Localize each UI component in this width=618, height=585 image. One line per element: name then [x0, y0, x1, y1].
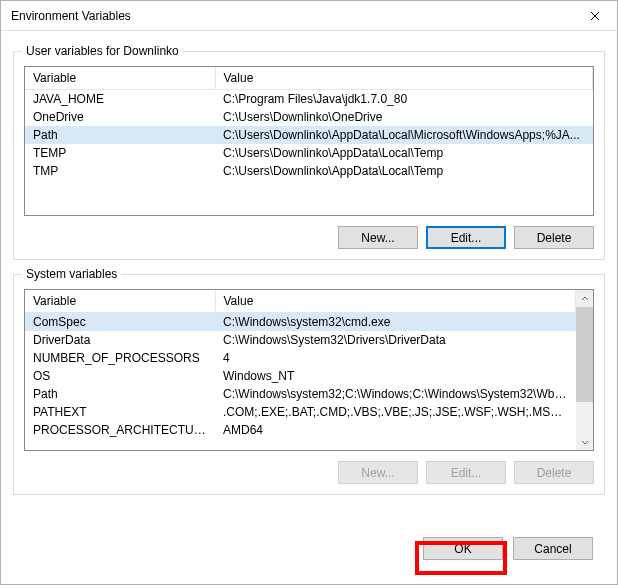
user-vars-table[interactable]: Variable Value JAVA_HOMEC:\Program Files… [25, 67, 593, 180]
table-row[interactable]: OSWindows_NT [25, 367, 576, 385]
close-button[interactable] [572, 1, 617, 30]
table-row[interactable]: NUMBER_OF_PROCESSORS4 [25, 349, 576, 367]
dialog-footer: OK Cancel [1, 525, 617, 584]
system-scrollbar[interactable] [576, 290, 593, 450]
system-edit-button[interactable]: Edit... [426, 461, 506, 484]
user-new-button[interactable]: New... [338, 226, 418, 249]
table-row[interactable]: PROCESSOR_ARCHITECTUREAMD64 [25, 421, 576, 439]
scroll-thumb[interactable] [576, 307, 593, 402]
table-row[interactable]: OneDriveC:\Users\Downlinko\OneDrive [25, 108, 593, 126]
system-vars-label: System variables [22, 267, 121, 281]
user-vars-table-wrap: Variable Value JAVA_HOMEC:\Program Files… [24, 66, 594, 216]
user-buttons-row: New... Edit... Delete [24, 226, 594, 249]
window-title: Environment Variables [11, 9, 572, 23]
scroll-down-button[interactable] [576, 433, 593, 450]
table-row[interactable]: PathC:\Windows\system32;C:\Windows;C:\Wi… [25, 385, 576, 403]
user-delete-button[interactable]: Delete [514, 226, 594, 249]
col-header-variable[interactable]: Variable [25, 290, 215, 313]
col-header-value[interactable]: Value [215, 67, 593, 90]
chevron-down-icon [581, 438, 589, 446]
table-row[interactable]: TEMPC:\Users\Downlinko\AppData\Local\Tem… [25, 144, 593, 162]
user-vars-group: User variables for Downlinko Variable Va… [13, 51, 605, 260]
user-vars-label: User variables for Downlinko [22, 44, 183, 58]
dialog-content: User variables for Downlinko Variable Va… [1, 31, 617, 525]
close-icon [590, 11, 600, 21]
system-vars-table-wrap: Variable Value ComSpecC:\Windows\system3… [24, 289, 594, 451]
system-vars-group: System variables Variable Value ComSpecC… [13, 274, 605, 495]
col-header-variable[interactable]: Variable [25, 67, 215, 90]
col-header-value[interactable]: Value [215, 290, 576, 313]
chevron-up-icon [581, 295, 589, 303]
titlebar: Environment Variables [1, 1, 617, 31]
ok-button[interactable]: OK [423, 537, 503, 560]
table-row[interactable]: PathC:\Users\Downlinko\AppData\Local\Mic… [25, 126, 593, 144]
table-row[interactable]: DriverDataC:\Windows\System32\Drivers\Dr… [25, 331, 576, 349]
table-row[interactable]: JAVA_HOMEC:\Program Files\Java\jdk1.7.0_… [25, 90, 593, 109]
system-new-button[interactable]: New... [338, 461, 418, 484]
cancel-button[interactable]: Cancel [513, 537, 593, 560]
user-edit-button[interactable]: Edit... [426, 226, 506, 249]
system-buttons-row: New... Edit... Delete [24, 461, 594, 484]
table-row[interactable]: TMPC:\Users\Downlinko\AppData\Local\Temp [25, 162, 593, 180]
system-delete-button[interactable]: Delete [514, 461, 594, 484]
scroll-track[interactable] [576, 307, 593, 433]
table-row[interactable]: ComSpecC:\Windows\system32\cmd.exe [25, 313, 576, 332]
system-vars-table[interactable]: Variable Value ComSpecC:\Windows\system3… [25, 290, 576, 439]
scroll-up-button[interactable] [576, 290, 593, 307]
env-vars-dialog: Environment Variables User variables for… [0, 0, 618, 585]
table-row[interactable]: PATHEXT.COM;.EXE;.BAT;.CMD;.VBS;.VBE;.JS… [25, 403, 576, 421]
